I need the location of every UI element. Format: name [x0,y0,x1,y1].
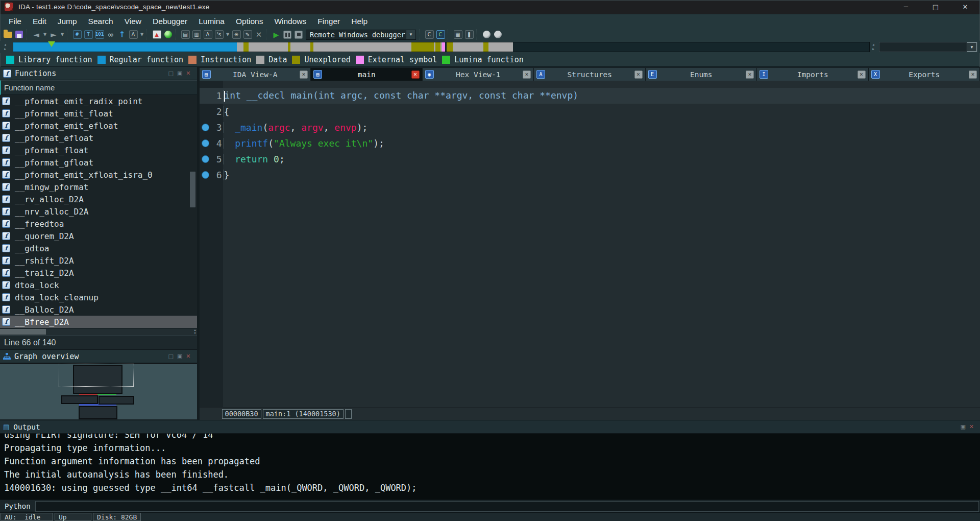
jump-up-icon[interactable]: ↑ [117,30,127,40]
function-list-item[interactable]: f__quorem_D2A [0,230,197,242]
minimize-button[interactable]: ─ [891,0,921,14]
tab-close-icon[interactable]: ✕ [746,70,754,79]
breakpoint-gutter[interactable] [200,155,212,163]
tab-close-icon[interactable]: ✕ [300,70,308,79]
navigation-band[interactable] [13,42,870,52]
delete-icon[interactable]: ✕ [254,30,264,40]
create-string-icon[interactable]: A [203,30,213,40]
navband-combo[interactable]: ▼ [879,42,977,52]
function-list-item[interactable]: f__rv_alloc_D2A [0,193,197,205]
output-header[interactable]: ▤ Output ▣ ✕ [0,420,980,434]
function-list-item[interactable]: f__pformat_emit_float [0,107,197,120]
navigate-forward-icon[interactable]: ► [48,30,59,40]
menu-item-file[interactable]: File [3,14,27,29]
open-subviews-icon[interactable]: ▦ [453,30,463,40]
function-list-item[interactable]: f__mingw_pformat [0,181,197,193]
create-data-icon[interactable]: ▥ [191,30,202,40]
code-status-box-0[interactable]: 00000B30 [222,409,261,419]
pseudocode-view[interactable]: 1int __cdecl main(int argc, const char *… [200,81,980,407]
create-code-icon[interactable]: ▤ [180,30,190,40]
desktop-icon[interactable]: ❚ [464,30,474,40]
function-list-item[interactable]: f__freedtoa [0,218,197,230]
debugger-stop-icon[interactable] [293,30,304,40]
restore-icon[interactable]: □ [168,70,173,77]
jump-problem-icon[interactable]: 101 [94,30,105,40]
function-list-item[interactable]: f__pformat_emit_xfloat_isra_0 [0,169,197,181]
tab-enums[interactable]: EEnums✕ [646,68,757,81]
float-icon[interactable]: ▣ [960,423,965,430]
function-list-item[interactable]: f__rshift_D2A [0,254,197,267]
code-status-box-2[interactable] [345,409,352,419]
function-list-item[interactable]: fdtoa_lock [0,279,197,291]
tab-ida-view-a[interactable]: ▤IDA View-A✕ [200,68,311,81]
close-icon[interactable]: ✕ [186,70,190,77]
menu-item-windows[interactable]: Windows [268,14,312,29]
menu-item-lumina[interactable]: Lumina [193,14,230,29]
help-mask-icon[interactable] [493,30,503,40]
function-list-item[interactable]: f__pformat_gfloat [0,156,197,169]
create-struct-icon[interactable]: 's [214,30,224,40]
code-line[interactable]: 6} [200,167,980,183]
save-file-icon[interactable] [14,30,24,40]
about-mask-icon[interactable] [481,30,492,40]
hscrollbar-corner[interactable]: ▴▾ [194,328,195,335]
tab-imports[interactable]: IImports✕ [757,68,869,81]
forward-history-dropdown[interactable]: ▼ [60,30,65,40]
function-list-item[interactable]: f__pformat_float [0,144,197,156]
chevron-down-icon[interactable]: ▼ [406,30,415,39]
tab-exports[interactable]: XExports✕ [869,68,980,81]
debugger-attach-icon[interactable]: C [424,30,434,40]
functions-panel-header[interactable]: f Functions □ ▣ ✕ [0,67,197,80]
menu-item-edit[interactable]: Edit [27,14,52,29]
function-list-item[interactable]: f__trailz_D2A [0,267,197,279]
breakpoint-gutter[interactable] [200,171,212,179]
menu-item-options[interactable]: Options [230,14,268,29]
menu-item-view[interactable]: View [119,14,147,29]
code-status-box-1[interactable]: main:1 (140001530) [263,409,344,419]
float-icon[interactable]: ▣ [177,353,182,360]
function-list-item[interactable]: f__Bfree_D2A [0,316,197,328]
breakpoint-gutter[interactable] [200,139,212,147]
tab-close-icon[interactable]: ✕ [969,70,977,79]
search-binoculars-icon[interactable]: ∞ [106,30,116,40]
tab-structures[interactable]: AStructures✕ [534,68,646,81]
function-list-item[interactable]: f__Balloc_D2A [0,303,197,316]
function-list-item[interactable]: fdtoa_lock_cleanup [0,291,197,303]
menu-item-search[interactable]: Search [83,14,119,29]
function-list-item[interactable]: f__pformat_efloat [0,132,197,144]
function-list-item[interactable]: f__gdtoa [0,242,197,254]
navband-right-arrows[interactable]: ◂▸ [871,42,876,52]
tab-close-icon[interactable]: ✕ [523,70,531,79]
navband-position-marker[interactable] [48,41,55,47]
jump-address-icon[interactable]: # [72,30,82,40]
navigate-back-icon[interactable]: ◄ [31,30,41,40]
graph-overview-header[interactable]: Graph overview □ ▣ ✕ [0,350,197,363]
menu-item-help[interactable]: Help [346,14,373,29]
code-line[interactable]: 5 return 0; [200,151,980,167]
float-icon[interactable]: ▣ [177,70,182,77]
menu-item-debugger[interactable]: Debugger [147,14,193,29]
function-list-item[interactable]: f__pformat_emit_efloat [0,120,197,132]
close-button[interactable]: ✕ [950,0,980,14]
create-dropdown[interactable]: ▼ [225,30,230,40]
chevron-down-icon[interactable]: ▼ [967,42,977,52]
close-icon[interactable]: ✕ [969,423,974,430]
menu-item-finger[interactable]: Finger [312,14,346,29]
debugger-options-icon[interactable]: C [435,30,446,40]
problem-list-icon[interactable]: ▲ [152,30,162,40]
tab-main[interactable]: ▤main✕ [311,68,423,81]
open-file-icon[interactable] [3,30,13,40]
code-line[interactable]: 2{ [200,104,980,120]
breakpoint-gutter[interactable] [200,124,212,131]
function-list-item[interactable]: f__pformat_emit_radix_point [0,95,197,107]
back-history-dropdown[interactable]: ▼ [42,30,47,40]
edit-icon[interactable]: ✎ [242,30,253,40]
lumina-sphere-icon[interactable] [163,30,173,40]
close-icon[interactable]: ✕ [186,353,190,360]
tab-close-icon[interactable]: ✕ [634,70,643,79]
restore-icon[interactable]: □ [168,353,173,360]
code-line[interactable]: 3 _main(argc, argv, envp); [200,120,980,135]
breakpoint-icon[interactable] [202,124,209,131]
function-list-scrollbar[interactable] [190,172,195,207]
undefine-icon[interactable]: ✳ [231,30,241,40]
